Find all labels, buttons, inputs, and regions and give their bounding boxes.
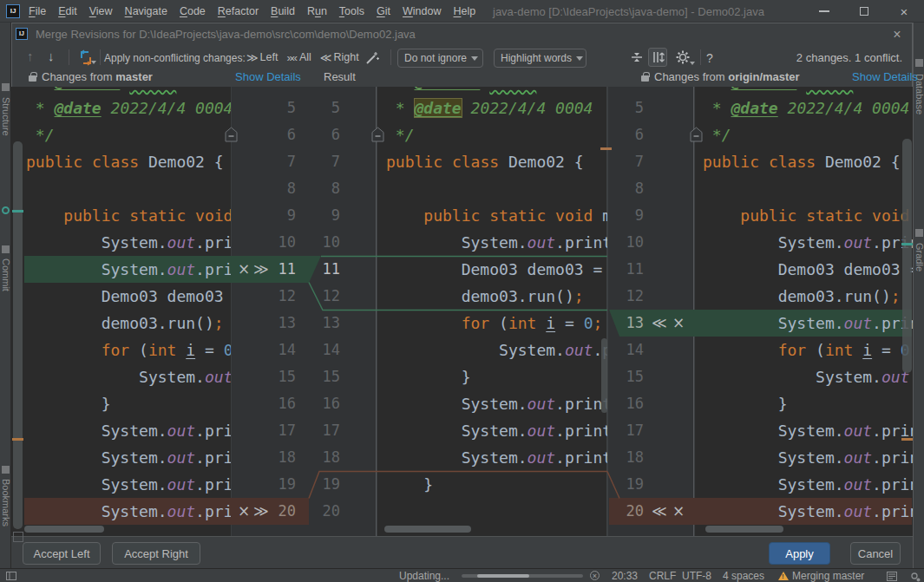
right-scrollbar-thumb[interactable] <box>902 139 912 373</box>
dialog-close-icon[interactable]: × <box>888 26 906 43</box>
line-number: 7 <box>231 148 296 175</box>
menu-run[interactable]: Run <box>301 5 333 17</box>
code-line: System.out.println("2"); <box>26 444 231 471</box>
status-indent[interactable]: 4 spaces <box>723 570 764 582</box>
left-panel-title: Changes from master <box>42 70 153 83</box>
menu-navigate[interactable]: Navigate <box>119 5 174 17</box>
gear-icon[interactable] <box>675 49 691 65</box>
code-line: System.out.println("1"); <box>26 417 231 444</box>
notifications-icon[interactable] <box>887 572 897 581</box>
app-logo-icon[interactable]: IJ <box>6 4 20 18</box>
fold-marker-icon[interactable] <box>690 127 703 142</box>
code-line: System.out.println("Hello"); <box>26 256 231 283</box>
middle-hscrollbar-thumb[interactable] <box>384 526 471 533</box>
line-number: 10 <box>231 229 296 256</box>
apply-change-icon[interactable]: ≪ <box>652 310 667 337</box>
ignore-policy-dropdown[interactable]: Do not ignore <box>397 49 483 68</box>
middle-scrollbar-thumb[interactable] <box>601 338 607 413</box>
menu-help[interactable]: Help <box>447 5 482 17</box>
status-bar: Updating... × 20:33 CRLF UTF-8 4 spaces … <box>0 568 924 582</box>
minimize-button[interactable] <box>804 0 844 23</box>
line-number: 6 <box>608 121 644 148</box>
cancel-button[interactable]: Cancel <box>850 542 901 565</box>
highlight-mode-dropdown[interactable]: Highlight words <box>494 49 587 68</box>
ignore-change-icon[interactable]: × <box>236 498 252 525</box>
main-menu: FileEditViewNavigateCodeRefactorBuildRun… <box>23 0 482 23</box>
right-show-details-link[interactable]: Show Details <box>852 70 918 83</box>
sync-scrolling-toggle[interactable] <box>648 48 667 67</box>
toolwindow-tab-gradle[interactable]: Gradle <box>914 243 924 271</box>
accept-right-button[interactable]: Accept Right <box>112 542 200 565</box>
menu-git[interactable]: Git <box>370 5 396 17</box>
apply-change-icon[interactable]: ≫ <box>253 498 269 525</box>
right-hscrollbar-thumb[interactable] <box>705 526 783 533</box>
structure-toolwindow-icon <box>2 83 10 91</box>
apply-change-icon[interactable]: ≪ <box>652 498 667 525</box>
accept-left-button[interactable]: Accept Left <box>23 542 101 565</box>
menu-view[interactable]: View <box>83 5 119 17</box>
code-line: System.out.println("3"); <box>26 471 231 498</box>
apply-change-icon[interactable]: ≫ <box>253 256 269 283</box>
prev-change-icon[interactable]: ↑ <box>27 49 34 63</box>
code-panel-right[interactable]: * @author xxxxx * @date 2022/4/4 0004 */… <box>695 87 913 536</box>
status-time[interactable]: 20:33 <box>612 570 638 582</box>
line-number: 9 <box>231 202 296 229</box>
ignore-change-icon[interactable]: × <box>671 310 686 337</box>
line-number: 17 <box>307 417 340 444</box>
settings-gear-icon[interactable] <box>909 571 921 582</box>
toolwindow-tab-commit[interactable]: Commit <box>1 258 11 291</box>
progress-bar <box>462 574 583 578</box>
code-panel-left[interactable]: * @author xxxxx * @date 2022/4/4 0004 */… <box>24 87 231 536</box>
line-number: 15 <box>231 363 296 390</box>
line-number: 12 <box>231 283 296 310</box>
line-number: 9 <box>608 202 644 229</box>
left-hscrollbar-thumb[interactable] <box>24 526 104 533</box>
fold-marker-icon[interactable] <box>371 127 384 142</box>
chevrons-icon: »« <box>286 51 295 64</box>
next-change-icon[interactable]: ↓ <box>48 49 55 63</box>
menu-refactor[interactable]: Refactor <box>212 5 265 17</box>
status-encoding[interactable]: UTF-8 <box>682 570 711 582</box>
apply-nonconflicting-icon[interactable] <box>77 49 95 67</box>
code-line: * @date 2022/4/4 0004 <box>26 95 231 121</box>
apply-all-button[interactable]: »«All <box>286 51 311 64</box>
apply-left-button[interactable]: ≫Left <box>246 51 278 64</box>
collapse-unchanged-icon[interactable] <box>630 50 644 64</box>
left-show-details-link[interactable]: Show Details <box>235 70 301 83</box>
cancel-progress-icon[interactable]: × <box>590 571 600 580</box>
code-line: * @author xxxxx <box>386 87 536 95</box>
menu-code[interactable]: Code <box>174 5 212 17</box>
code-line: System.out.println("1"); <box>703 417 913 444</box>
ignore-change-icon[interactable]: × <box>236 256 252 283</box>
fold-marker-icon[interactable] <box>225 127 238 142</box>
menu-edit[interactable]: Edit <box>52 5 83 17</box>
code-line: public static void main(String[] args) { <box>386 202 607 229</box>
toolwindow-tab-structure[interactable]: Structure <box>1 97 11 136</box>
apply-right-button[interactable]: ≪Right <box>320 51 359 64</box>
code-line: public class Demo02 { <box>703 148 901 175</box>
line-number: 20 <box>608 498 644 525</box>
apply-button[interactable]: Apply <box>769 542 830 565</box>
menu-window[interactable]: Window <box>396 5 447 17</box>
code-panel-middle[interactable]: * @author xxxxx * @date 2022/4/4 0004 */… <box>377 87 607 536</box>
status-line-separator[interactable]: CRLF <box>649 570 676 582</box>
menu-build[interactable]: Build <box>265 5 301 17</box>
toolwindow-tab-bookmarks[interactable]: Bookmarks <box>1 479 11 526</box>
menu-tools[interactable]: Tools <box>333 5 370 17</box>
help-icon[interactable]: ? <box>706 51 713 65</box>
ignore-change-icon[interactable]: × <box>671 498 686 525</box>
status-branch[interactable]: Merging master <box>792 570 864 582</box>
line-number: 16 <box>307 390 340 417</box>
stripe-handle-icon <box>2 206 10 214</box>
left-scrollbar-thumb[interactable] <box>13 141 23 529</box>
maximize-button[interactable] <box>844 0 884 23</box>
line-number: 9 <box>307 202 340 229</box>
close-window-button[interactable]: × <box>884 0 924 23</box>
magic-resolve-icon[interactable] <box>364 50 380 66</box>
right-toolwindow-strip: DatabaseGradle <box>913 23 924 568</box>
layout-icon[interactable] <box>6 572 16 580</box>
left-stripe-mark-teal <box>12 210 23 213</box>
changes-summary: 2 changes. 1 conflict. <box>796 51 902 64</box>
menu-file[interactable]: File <box>23 5 52 17</box>
line-number: 17 <box>608 417 644 444</box>
